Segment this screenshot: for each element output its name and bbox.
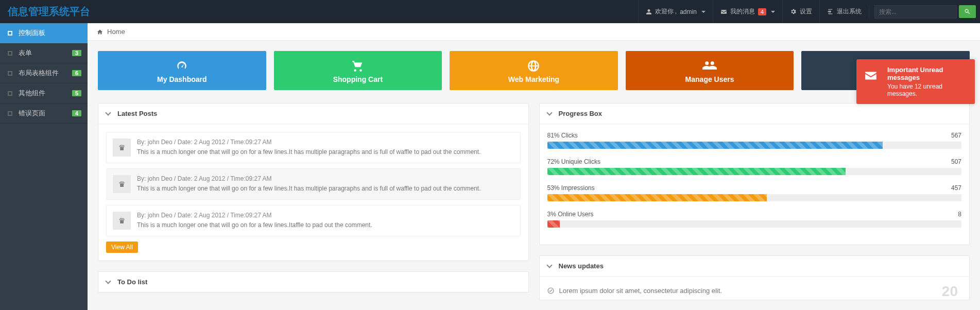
progress-item: 3% Online Users8 — [547, 211, 962, 228]
logout-button[interactable]: 退出系统 — [819, 0, 869, 23]
post-meta: By: john Deo / Date: 2 Aug 2012 / Time:0… — [137, 139, 480, 146]
caret-down-icon — [701, 11, 706, 13]
progress-label: 81% Clicks — [547, 132, 578, 139]
breadcrumb: Home — [88, 23, 980, 41]
logout-icon — [827, 8, 834, 15]
chevron-down-icon — [546, 262, 552, 268]
progress-bar — [547, 220, 962, 228]
gear-icon — [790, 8, 797, 15]
tile-3[interactable]: Manage Users — [626, 51, 794, 90]
tile-2[interactable]: Web Marketing — [450, 51, 618, 90]
tile-label: Web Marketing — [455, 75, 613, 83]
post-item: ♛By: john Deo / Date: 2 Aug 2012 / Time:… — [106, 168, 521, 200]
chevron-down-icon — [546, 110, 552, 115]
breadcrumb-home[interactable]: Home — [107, 28, 125, 36]
sidebar-item-2[interactable]: 布局表格组件6 — [0, 63, 88, 83]
post-text: This is a much longer one that will go o… — [137, 147, 480, 157]
check-circle-icon — [547, 287, 554, 294]
news-item: Lorem ipsum dolor sit amet, consectetur … — [547, 284, 962, 297]
globe-icon — [455, 59, 613, 73]
messages-dropdown[interactable]: 我的消息 4 — [713, 0, 782, 23]
chevron-down-icon — [105, 278, 111, 284]
sidebar-item-4[interactable]: 错误页面4 — [0, 104, 88, 124]
progress-bar — [547, 142, 962, 149]
panel-title: To Do list — [117, 278, 147, 286]
stop-icon — [6, 90, 13, 97]
toast-notification[interactable]: Important Unread messages You have 12 un… — [856, 59, 975, 104]
progress-fill — [547, 220, 560, 228]
post-meta: By: john Deo / Date: 2 Aug 2012 / Time:0… — [137, 175, 480, 182]
post-text: This is a much longer one that will go o… — [137, 220, 372, 230]
progress-fill — [547, 168, 846, 175]
settings-button[interactable]: 设置 — [782, 0, 819, 23]
brand-title: 信息管理系统平台 — [0, 5, 98, 19]
welcome-dropdown[interactable]: 欢迎你 , admin — [638, 0, 713, 23]
sidebar-badge: 3 — [72, 50, 81, 56]
dashboard-icon — [103, 59, 261, 73]
search-input[interactable] — [874, 5, 957, 19]
caret-down-icon — [771, 11, 775, 13]
news-body: Lorem ipsum dolor sit amet, consectetur … — [540, 277, 970, 300]
avatar-icon: ♛ — [113, 175, 131, 193]
sidebar-item-label: 控制面板 — [19, 28, 45, 38]
settings-label: 设置 — [800, 7, 812, 16]
users-icon — [631, 59, 789, 73]
stop-icon — [6, 70, 13, 77]
envelope-icon — [864, 71, 878, 81]
tile-label: Manage Users — [631, 75, 789, 83]
progress-item: 53% Impressions457 — [547, 184, 962, 201]
envelope-icon — [720, 9, 727, 14]
progress-bar — [547, 168, 962, 175]
main-area: Home My DashboardShopping CartWeb Market… — [88, 23, 980, 310]
sidebar: 控制面板表单3布局表格组件6其他组件5错误页面4 — [0, 23, 88, 310]
toast-title: Important Unread messages — [887, 66, 966, 81]
panel-header[interactable]: To Do list — [98, 272, 528, 292]
post-item: ♛By: john Deo / Date: 2 Aug 2012 / Time:… — [106, 132, 521, 163]
panel-header[interactable]: Latest Posts — [98, 104, 528, 124]
sidebar-item-3[interactable]: 其他组件5 — [0, 83, 88, 104]
progress-item: 81% Clicks567 — [547, 132, 962, 149]
cart-icon — [279, 59, 437, 73]
messages-badge: 4 — [758, 8, 766, 15]
panel-title: News updates — [559, 262, 604, 270]
view-all-button[interactable]: View All — [106, 242, 138, 253]
sidebar-item-label: 表单 — [19, 48, 32, 58]
user-icon — [646, 9, 652, 15]
progress-item: 72% Uniquie Clicks507 — [547, 158, 962, 175]
progress-label: 72% Uniquie Clicks — [547, 158, 600, 165]
panel-header[interactable]: News updates — [540, 256, 970, 277]
messages-label: 我的消息 — [730, 7, 755, 16]
progress-value: 567 — [951, 132, 961, 139]
top-header: 信息管理系统平台 欢迎你 , admin 我的消息 4 设置 — [0, 0, 980, 23]
welcome-user: admin — [680, 8, 697, 15]
progress-value: 8 — [958, 211, 961, 218]
home-icon — [97, 29, 103, 35]
news-panel: News updates Lorem ipsum dolor sit amet,… — [539, 255, 970, 300]
progress-body: 81% Clicks56772% Uniquie Clicks50753% Im… — [540, 124, 970, 245]
post-meta: By: john Deo / Date: 2 Aug 2012 / Time:0… — [137, 212, 372, 219]
panel-title: Progress Box — [559, 110, 603, 117]
sidebar-item-1[interactable]: 表单3 — [0, 43, 88, 63]
panel-title: Latest Posts — [117, 110, 157, 117]
sidebar-badge: 5 — [72, 90, 81, 96]
panel-header[interactable]: Progress Box — [540, 104, 970, 124]
chevron-down-icon — [105, 110, 111, 115]
tile-1[interactable]: Shopping Cart — [274, 51, 442, 90]
progress-value: 507 — [951, 158, 961, 165]
news-count: 20 — [942, 283, 958, 300]
search-wrap — [869, 5, 980, 19]
news-text: Lorem ipsum dolor sit amet, consectetur … — [559, 287, 722, 295]
stop-icon — [6, 110, 13, 117]
sidebar-item-label: 布局表格组件 — [19, 68, 59, 78]
search-button[interactable] — [959, 5, 976, 18]
welcome-prefix: 欢迎你 , — [655, 7, 677, 16]
todo-panel: To Do list — [98, 271, 529, 293]
sidebar-item-0[interactable]: 控制面板 — [0, 23, 88, 43]
progress-bar — [547, 194, 962, 201]
posts-body: ♛By: john Deo / Date: 2 Aug 2012 / Time:… — [98, 124, 528, 261]
progress-value: 457 — [951, 184, 961, 192]
sidebar-item-label: 其他组件 — [19, 89, 45, 98]
header-right: 欢迎你 , admin 我的消息 4 设置 退出系统 — [638, 0, 980, 23]
tile-0[interactable]: My Dashboard — [98, 51, 266, 90]
post-item: ♛By: john Deo / Date: 2 Aug 2012 / Time:… — [106, 205, 521, 236]
